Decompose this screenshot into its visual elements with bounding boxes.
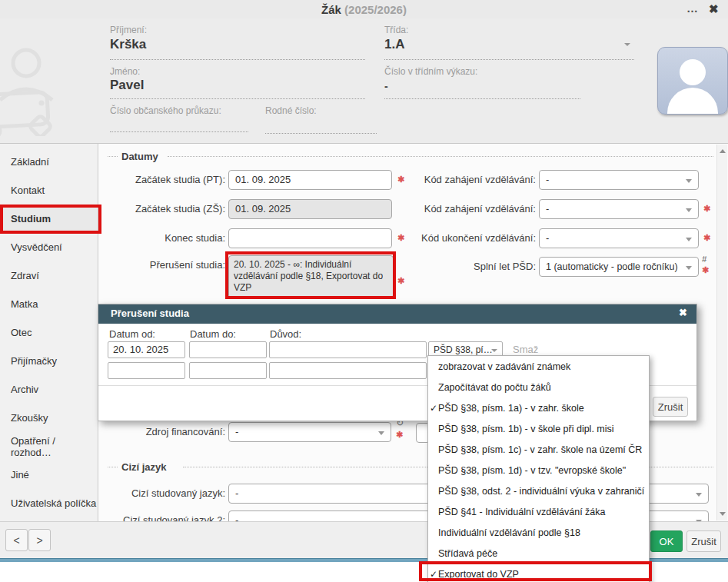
menu-item-label: PŠD §38, písm. 1a) - v zahr. škole (438, 403, 584, 414)
sidebar-item-studium[interactable]: Studium (0, 205, 98, 233)
reason-input[interactable] (269, 341, 427, 358)
birth-number-label: Rodné číslo: (265, 105, 317, 116)
menu-item-psd38-1a[interactable]: ✓PŠD §38, písm. 1a) - v zahr. škole (428, 398, 649, 419)
menu-item-psd38-1d[interactable]: PŠD §38, písm. 1d) - v tzv. "evropské šk… (428, 461, 649, 481)
cancel-button[interactable]: Zrušit (686, 530, 721, 552)
funding-chevron-down-icon (378, 431, 384, 435)
foreign-language1-chevron-down-icon (696, 493, 702, 497)
psd-select[interactable]: 1 (automaticky - podle ročníku) (539, 257, 699, 277)
code-start2-required-marker: ✱ (703, 204, 710, 214)
funding-select[interactable]: - (228, 422, 391, 442)
close-icon[interactable]: ✖ (709, 2, 719, 16)
menu-item-psd38-1b[interactable]: PŠD §38, písm. 1b) - v škole při dipl. m… (428, 419, 649, 440)
code-end-select[interactable]: - (539, 228, 699, 248)
menu-item-psd38-odst2[interactable]: PŠD §38, odst. 2 - individuální výuka v … (428, 481, 649, 502)
end-of-study-field[interactable] (228, 228, 392, 248)
reason-input-row2[interactable] (269, 362, 427, 379)
sidebar-item-opatreni[interactable]: Opatření / rozhod… (0, 432, 98, 461)
sidebar-item-otec[interactable]: Otec (0, 318, 98, 347)
popup-close-icon[interactable]: ✖ (679, 307, 687, 318)
menu-item-label: PŠD §38, odst. 2 - individuální výuka v … (438, 486, 644, 497)
start-pt-field[interactable]: 01. 09. 2025 (228, 170, 392, 190)
code-end-required-marker: ✱ (703, 233, 710, 243)
menu-item-label: Exportovat do VZP (438, 569, 519, 580)
avatar-head (680, 59, 706, 85)
previous-student-button[interactable]: < (5, 529, 28, 551)
school-year: (2025/2026) (344, 3, 407, 16)
sidebar-item-zdravi[interactable]: Zdraví (0, 261, 98, 290)
class-value[interactable]: 1.A (384, 37, 404, 52)
menu-item-individualni-18[interactable]: Individuální vzdělávání podle §18 (428, 523, 649, 544)
check-icon: ✓ (430, 398, 437, 419)
menu-item-label: Započítávat do počtu žáků (438, 382, 551, 393)
date-from-input[interactable]: 20. 10. 2025 (108, 341, 185, 358)
date-from-label: Datum od: (109, 328, 155, 340)
code-start2-select[interactable]: - (539, 199, 699, 219)
firstname-value[interactable]: Pavel (110, 78, 144, 93)
sidebar-item-zakladni[interactable]: Základní (0, 148, 98, 176)
menu-item-label: Střídavá péče (438, 548, 497, 559)
menu-item-label: PŠD §38, písm. 1c) - v zahr. škole na úz… (438, 444, 642, 455)
code-start2-chevron-down-icon (686, 208, 692, 212)
section-datumy-title: Datumy (121, 151, 158, 162)
reason-label: Důvod: (270, 328, 301, 340)
menu-item-psd41[interactable]: PŠD §41 - Individuální vzdělávání žáka (428, 502, 649, 523)
vertical-scrollbar[interactable] (716, 145, 727, 520)
foreign-language1-value: - (235, 487, 238, 499)
menu-item-zapocitavat[interactable]: Započítávat do počtu žáků (428, 377, 649, 398)
class-chevron-down-icon[interactable] (624, 43, 630, 46)
sidebar-item-matka[interactable]: Matka (0, 290, 98, 318)
code-end-label: Kód ukončení vzdělávání: (369, 232, 536, 244)
surname-underline (110, 58, 365, 60)
sidebar-item-jine[interactable]: Jiné (0, 461, 98, 489)
sidebar-item-prijimacky[interactable]: Přijímačky (0, 347, 98, 375)
more-options-icon[interactable]: … (686, 2, 698, 15)
code-end-value: - (546, 232, 549, 244)
menu-item-stridava-pece[interactable]: Střídavá péče (428, 544, 649, 564)
sidebar: Základní Kontakt Studium Vysvědčení Zdra… (0, 144, 98, 521)
code-start1-select[interactable]: - (539, 170, 699, 190)
popup-title: Přerušení studia (111, 308, 189, 319)
firstname-label: Jméno: (110, 66, 140, 77)
surname-value[interactable]: Krška (110, 37, 146, 52)
ok-button[interactable]: OK (650, 530, 683, 552)
menu-item-psd38-1c[interactable]: PŠD §38, písm. 1c) - v zahr. škole na úz… (428, 440, 649, 461)
birth-number-underline[interactable] (265, 132, 377, 134)
student-photo-placeholder[interactable] (657, 47, 728, 115)
menu-item-zobrazovat[interactable]: zobrazovat v zadávání známek (428, 357, 649, 377)
sidebar-item-archiv[interactable]: Archiv (0, 375, 98, 404)
register-number-value[interactable]: - (384, 80, 388, 92)
scroll-down-icon[interactable] (720, 512, 726, 516)
menu-item-label: PŠD §38, písm. 1b) - v škole při dipl. m… (438, 424, 614, 434)
window-title-text: Žák (321, 3, 341, 16)
start-zs-label: Začátek studia (ZŠ): (99, 203, 225, 215)
avatar-shoulders (667, 88, 718, 115)
date-from-input-row2[interactable] (108, 362, 185, 379)
flags-select-value: PŠD §38, pí… (434, 344, 493, 355)
section-rule-left2 (108, 467, 118, 467)
psd-required-marker: ✱ (702, 265, 709, 275)
psd-label: Splní let PŠD: (369, 261, 536, 272)
menu-item-label: PŠD §38, písm. 1d) - v tzv. "evropské šk… (438, 465, 626, 476)
popup-cancel-button[interactable]: Zrušit (653, 397, 688, 417)
titlebar: Žák (2025/2026) … ✖ (0, 0, 728, 18)
date-to-input[interactable] (189, 341, 267, 358)
sidebar-item-vysvedceni[interactable]: Vysvědčení (0, 233, 98, 261)
id-card-underline[interactable] (110, 131, 248, 132)
menu-item-label: Individuální vzdělávání podle §18 (438, 527, 580, 538)
class-label: Třída: (384, 25, 408, 35)
sidebar-item-zkousky[interactable]: Zkoušky (0, 404, 98, 432)
interruption-required-marker: ✱ (397, 276, 404, 286)
menu-item-exportovat-vzp[interactable]: ✓Exportovat do VZP (428, 564, 649, 582)
interruption-label: Přerušení studia: (99, 259, 225, 271)
register-number-label: Číslo v třídním výkazu: (384, 66, 477, 77)
delete-row-button[interactable]: Smaž (513, 344, 538, 355)
next-student-button[interactable]: > (28, 529, 51, 551)
section-rule-left (108, 156, 118, 157)
sidebar-item-uzivatelska-policka[interactable]: Uživatelská políčka (0, 489, 98, 517)
popup-header[interactable]: Přerušení studia ✖ (98, 304, 696, 324)
start-zs-field: 01. 09. 2025 (228, 199, 392, 219)
scroll-up-icon[interactable] (720, 149, 726, 153)
date-to-input-row2[interactable] (189, 362, 267, 379)
sidebar-item-kontakt[interactable]: Kontakt (0, 176, 98, 205)
